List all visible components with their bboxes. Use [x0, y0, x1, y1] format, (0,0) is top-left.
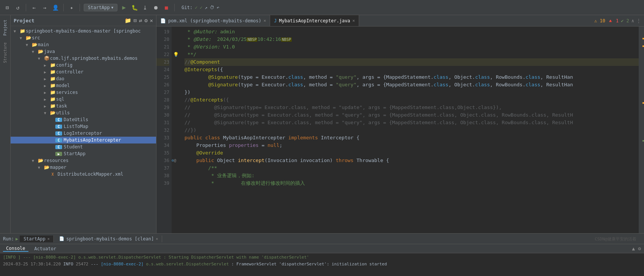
marker-warn-2	[642, 45, 644, 47]
tree-startapp[interactable]: ▶ StartApp	[11, 150, 156, 157]
tree-model[interactable]: ▶ 📁 model	[11, 82, 156, 89]
root-folder-icon: 📁	[19, 28, 26, 34]
tree-controller[interactable]: ▶ 📁 controller	[11, 69, 156, 75]
config-folder-icon: 📁	[49, 62, 56, 68]
tree-dao[interactable]: ▶ 📁 dao	[11, 75, 156, 82]
run-tab-startapp[interactable]: StartApp ✕	[20, 235, 54, 242]
sql-arrow-icon: ▶	[44, 97, 49, 101]
ln-36: 36	[156, 157, 169, 164]
run-tab-maven[interactable]: 📄 springboot-mybaits-demos [clean] ✕	[55, 235, 162, 242]
gutter-20	[172, 36, 180, 43]
console-settings-icon[interactable]: ⚙	[638, 246, 641, 251]
back-icon[interactable]: ←	[30, 3, 38, 12]
structure-panel-tab[interactable]: Structure	[2, 39, 9, 66]
code-26-text: @Signature(type = Executor.class, method…	[184, 81, 573, 89]
tree-utils[interactable]: ▼ 📂 utils	[11, 109, 156, 116]
tab-spacer	[359, 15, 591, 26]
tree-dateutils[interactable]: C DateUtils	[11, 116, 156, 123]
ln-34: 34	[156, 142, 169, 149]
maven-close-icon[interactable]: ✕	[156, 237, 158, 241]
console-time: 2024-03-25 17:30:14.220	[3, 262, 61, 267]
ln-31: 31	[156, 119, 169, 126]
console-area: Console Actuator ▲ ⚙ [INFO ] --- [nio-80…	[0, 244, 644, 276]
startapp-close-icon[interactable]: ✕	[47, 237, 50, 241]
bookmark-icon: @	[174, 157, 176, 164]
java-arrow-icon: ▼	[32, 50, 37, 54]
git-arrow-icon[interactable]: ↗	[205, 5, 208, 10]
git-check2-icon[interactable]: ✓	[200, 5, 202, 10]
tree-sql[interactable]: ▶ 📁 sql	[11, 96, 156, 103]
code-line-39: * 在修改时进行修改时间的插入	[184, 179, 639, 187]
tree-package[interactable]: ▼ 📦 com.ljf.springboot.mybaits.demos	[11, 55, 156, 62]
gutter-29	[172, 104, 180, 111]
tree-student[interactable]: C Student	[11, 143, 156, 150]
profile-icon[interactable]: ⏺	[152, 3, 160, 12]
code-30-text: // @Signature(type = Executor.class, met…	[184, 111, 573, 119]
tree-src[interactable]: ▼ 📂 src	[11, 34, 156, 41]
ln-35: 35	[156, 149, 169, 157]
project-panel-tab[interactable]: Project	[2, 17, 9, 39]
actuator-tab[interactable]: Actuator	[31, 246, 59, 251]
build-icon[interactable]: ✦	[67, 3, 76, 12]
tree-mapper[interactable]: ▼ 📂 mapper	[11, 164, 156, 171]
tree-dlmapper[interactable]: X DistributeLockMapper.xml	[11, 171, 156, 178]
res-folder-icon: 📂	[37, 158, 44, 163]
expand-icon[interactable]: ∧	[631, 18, 634, 23]
git-history-icon[interactable]: ⏱	[210, 5, 214, 10]
gutter-34	[172, 142, 180, 149]
git-check1-icon[interactable]: ✓	[195, 5, 197, 10]
services-arrow-icon: ▶	[44, 90, 49, 95]
git-revert-icon[interactable]: ↶	[217, 5, 219, 10]
main-label: main	[38, 42, 49, 47]
src-folder-icon: 📂	[25, 35, 32, 41]
collapse-icon[interactable]: ⊟	[133, 17, 136, 23]
editor-area: 📄 pom.xml (springboot-mybaits-demos) ✕ J…	[156, 15, 644, 233]
gutter-24	[172, 66, 180, 73]
tree-main[interactable]: ▼ 📂 main	[11, 41, 156, 48]
more-icon[interactable]: ⋮	[636, 18, 641, 23]
main-folder-icon: 📂	[31, 42, 38, 47]
tab-intercepter-close-icon[interactable]: ✕	[352, 18, 355, 23]
ln-32: 32	[156, 126, 169, 134]
code-line-19: * @Author: admin	[184, 28, 639, 36]
tab-intercepter[interactable]: J MybatisAopIntercepter.java ✕	[270, 15, 359, 26]
task-folder-icon: 📁	[49, 103, 56, 109]
forward-icon[interactable]: →	[41, 3, 49, 12]
tab-pom-close-icon[interactable]: ✕	[264, 18, 266, 23]
tree-task[interactable]: ▶ 📁 task	[11, 103, 156, 109]
coverage-icon[interactable]: ⤓	[141, 3, 149, 12]
sync-tree-icon[interactable]: ⇄	[139, 17, 142, 23]
new-folder-icon[interactable]: 📁	[125, 17, 131, 23]
stop-icon[interactable]: ■	[162, 3, 170, 12]
tree-listtomap[interactable]: C ListToMap	[11, 123, 156, 130]
console-up-icon[interactable]: ▲	[632, 246, 635, 251]
toolbar-sep-4	[174, 4, 175, 11]
debug-icon[interactable]: 🐛	[130, 3, 139, 12]
tree-config[interactable]: ▶ 📁 config	[11, 62, 156, 69]
code-23-text: //@Component	[184, 58, 220, 66]
gutter-30	[172, 111, 180, 119]
ln-19: 19	[156, 28, 169, 36]
code-area[interactable]: * @Author: admin * @Date: 2024/03/25NBSP…	[180, 27, 639, 233]
sync-icon[interactable]: ↺	[14, 3, 22, 12]
user-icon[interactable]: 👤	[51, 3, 59, 12]
tree-resources[interactable]: ▼ 📂 resources	[11, 157, 156, 164]
console-tab[interactable]: Console	[3, 246, 28, 252]
gear-icon[interactable]: ⚙	[144, 17, 147, 23]
services-folder-icon: 📁	[49, 90, 56, 95]
tree-loginterceptor[interactable]: C LogInterceptor	[11, 130, 156, 137]
tree-root[interactable]: ▼ 📁 springboot-mybaits-demos-master [spr…	[11, 28, 156, 34]
code-33-text: public class MybatisAopIntercepter imple…	[184, 134, 360, 142]
dropdown-arrow-icon: ▼	[111, 6, 113, 9]
run-icon[interactable]: ▶	[120, 3, 128, 12]
tree-services[interactable]: ▶ 📁 services	[11, 89, 156, 96]
bulb-icon[interactable]: 💡	[173, 51, 179, 58]
sidebar-header: Project 📁 ⊟ ⇄ ⚙ ✕	[11, 15, 156, 26]
hide-icon[interactable]: ✕	[150, 17, 153, 23]
tree-mybatisaopintercepter[interactable]: C MybatisAopIntercepter	[11, 137, 156, 143]
code-34-text: Properties properties = null;	[184, 142, 282, 149]
tab-pom[interactable]: 📄 pom.xml (springboot-mybaits-demos) ✕	[156, 15, 270, 26]
tree-java[interactable]: ▼ 📂 java	[11, 48, 156, 55]
startapp-dropdown[interactable]: StartApp ▼	[84, 4, 117, 11]
save-icon[interactable]: ⊟	[3, 3, 11, 12]
